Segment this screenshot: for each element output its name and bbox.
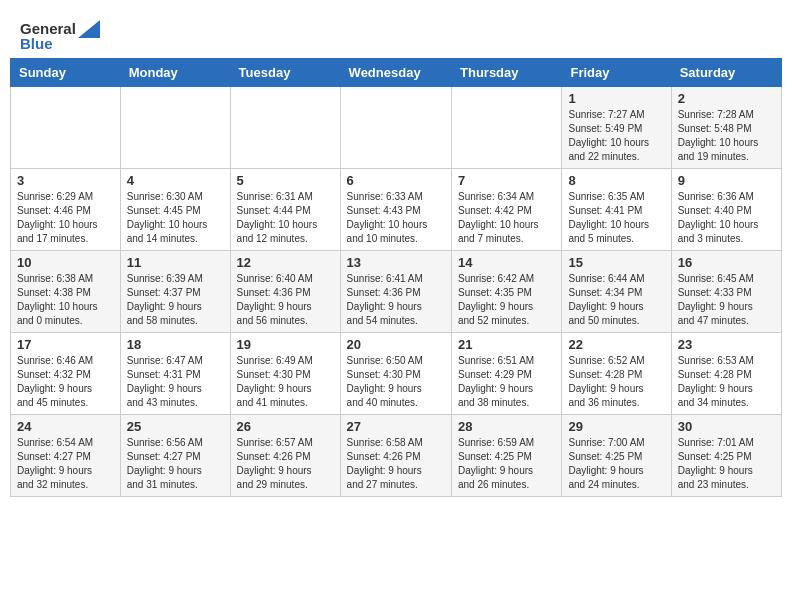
day-info: Sunrise: 6:44 AM Sunset: 4:34 PM Dayligh… <box>568 272 664 328</box>
day-number: 20 <box>347 337 445 352</box>
day-info: Sunrise: 7:28 AM Sunset: 5:48 PM Dayligh… <box>678 108 775 164</box>
day-number: 3 <box>17 173 114 188</box>
day-number: 29 <box>568 419 664 434</box>
day-info: Sunrise: 6:41 AM Sunset: 4:36 PM Dayligh… <box>347 272 445 328</box>
calendar-cell: 13Sunrise: 6:41 AM Sunset: 4:36 PM Dayli… <box>340 250 451 332</box>
calendar-cell: 9Sunrise: 6:36 AM Sunset: 4:40 PM Daylig… <box>671 168 781 250</box>
calendar-cell: 12Sunrise: 6:40 AM Sunset: 4:36 PM Dayli… <box>230 250 340 332</box>
day-info: Sunrise: 6:36 AM Sunset: 4:40 PM Dayligh… <box>678 190 775 246</box>
weekday-header-wednesday: Wednesday <box>340 58 451 86</box>
day-number: 2 <box>678 91 775 106</box>
day-number: 10 <box>17 255 114 270</box>
day-number: 14 <box>458 255 555 270</box>
weekday-header-friday: Friday <box>562 58 671 86</box>
day-number: 30 <box>678 419 775 434</box>
header: General Blue <box>0 0 792 58</box>
calendar-cell: 19Sunrise: 6:49 AM Sunset: 4:30 PM Dayli… <box>230 332 340 414</box>
day-number: 22 <box>568 337 664 352</box>
day-number: 27 <box>347 419 445 434</box>
day-number: 23 <box>678 337 775 352</box>
calendar-cell: 8Sunrise: 6:35 AM Sunset: 4:41 PM Daylig… <box>562 168 671 250</box>
calendar-cell <box>230 86 340 168</box>
calendar-cell: 22Sunrise: 6:52 AM Sunset: 4:28 PM Dayli… <box>562 332 671 414</box>
day-info: Sunrise: 6:49 AM Sunset: 4:30 PM Dayligh… <box>237 354 334 410</box>
day-number: 18 <box>127 337 224 352</box>
day-number: 1 <box>568 91 664 106</box>
day-number: 5 <box>237 173 334 188</box>
day-info: Sunrise: 6:29 AM Sunset: 4:46 PM Dayligh… <box>17 190 114 246</box>
calendar-cell: 11Sunrise: 6:39 AM Sunset: 4:37 PM Dayli… <box>120 250 230 332</box>
weekday-header-sunday: Sunday <box>11 58 121 86</box>
day-info: Sunrise: 6:45 AM Sunset: 4:33 PM Dayligh… <box>678 272 775 328</box>
day-number: 4 <box>127 173 224 188</box>
calendar-cell: 28Sunrise: 6:59 AM Sunset: 4:25 PM Dayli… <box>452 414 562 496</box>
calendar-cell: 27Sunrise: 6:58 AM Sunset: 4:26 PM Dayli… <box>340 414 451 496</box>
day-info: Sunrise: 6:33 AM Sunset: 4:43 PM Dayligh… <box>347 190 445 246</box>
calendar-cell: 2Sunrise: 7:28 AM Sunset: 5:48 PM Daylig… <box>671 86 781 168</box>
day-info: Sunrise: 6:38 AM Sunset: 4:38 PM Dayligh… <box>17 272 114 328</box>
day-info: Sunrise: 6:54 AM Sunset: 4:27 PM Dayligh… <box>17 436 114 492</box>
calendar-cell <box>340 86 451 168</box>
day-info: Sunrise: 7:01 AM Sunset: 4:25 PM Dayligh… <box>678 436 775 492</box>
calendar-cell: 30Sunrise: 7:01 AM Sunset: 4:25 PM Dayli… <box>671 414 781 496</box>
calendar-cell: 26Sunrise: 6:57 AM Sunset: 4:26 PM Dayli… <box>230 414 340 496</box>
day-info: Sunrise: 6:58 AM Sunset: 4:26 PM Dayligh… <box>347 436 445 492</box>
day-number: 9 <box>678 173 775 188</box>
calendar-cell: 16Sunrise: 6:45 AM Sunset: 4:33 PM Dayli… <box>671 250 781 332</box>
day-info: Sunrise: 6:42 AM Sunset: 4:35 PM Dayligh… <box>458 272 555 328</box>
calendar-cell <box>452 86 562 168</box>
calendar-cell: 14Sunrise: 6:42 AM Sunset: 4:35 PM Dayli… <box>452 250 562 332</box>
day-info: Sunrise: 6:46 AM Sunset: 4:32 PM Dayligh… <box>17 354 114 410</box>
day-number: 15 <box>568 255 664 270</box>
calendar-cell: 24Sunrise: 6:54 AM Sunset: 4:27 PM Dayli… <box>11 414 121 496</box>
day-number: 28 <box>458 419 555 434</box>
day-info: Sunrise: 7:27 AM Sunset: 5:49 PM Dayligh… <box>568 108 664 164</box>
day-number: 11 <box>127 255 224 270</box>
calendar-cell <box>120 86 230 168</box>
day-info: Sunrise: 6:59 AM Sunset: 4:25 PM Dayligh… <box>458 436 555 492</box>
day-info: Sunrise: 6:34 AM Sunset: 4:42 PM Dayligh… <box>458 190 555 246</box>
calendar-cell: 29Sunrise: 7:00 AM Sunset: 4:25 PM Dayli… <box>562 414 671 496</box>
day-number: 6 <box>347 173 445 188</box>
logo: General Blue <box>20 20 100 53</box>
calendar-cell: 1Sunrise: 7:27 AM Sunset: 5:49 PM Daylig… <box>562 86 671 168</box>
calendar-cell: 6Sunrise: 6:33 AM Sunset: 4:43 PM Daylig… <box>340 168 451 250</box>
day-number: 21 <box>458 337 555 352</box>
day-info: Sunrise: 6:40 AM Sunset: 4:36 PM Dayligh… <box>237 272 334 328</box>
calendar-cell: 10Sunrise: 6:38 AM Sunset: 4:38 PM Dayli… <box>11 250 121 332</box>
day-info: Sunrise: 6:52 AM Sunset: 4:28 PM Dayligh… <box>568 354 664 410</box>
day-info: Sunrise: 6:35 AM Sunset: 4:41 PM Dayligh… <box>568 190 664 246</box>
calendar-cell: 4Sunrise: 6:30 AM Sunset: 4:45 PM Daylig… <box>120 168 230 250</box>
calendar-cell <box>11 86 121 168</box>
day-info: Sunrise: 6:30 AM Sunset: 4:45 PM Dayligh… <box>127 190 224 246</box>
day-number: 12 <box>237 255 334 270</box>
calendar-cell: 3Sunrise: 6:29 AM Sunset: 4:46 PM Daylig… <box>11 168 121 250</box>
day-number: 8 <box>568 173 664 188</box>
calendar-cell: 5Sunrise: 6:31 AM Sunset: 4:44 PM Daylig… <box>230 168 340 250</box>
calendar-cell: 18Sunrise: 6:47 AM Sunset: 4:31 PM Dayli… <box>120 332 230 414</box>
day-info: Sunrise: 6:50 AM Sunset: 4:30 PM Dayligh… <box>347 354 445 410</box>
weekday-header-monday: Monday <box>120 58 230 86</box>
day-info: Sunrise: 7:00 AM Sunset: 4:25 PM Dayligh… <box>568 436 664 492</box>
weekday-header-tuesday: Tuesday <box>230 58 340 86</box>
day-number: 7 <box>458 173 555 188</box>
weekday-header-saturday: Saturday <box>671 58 781 86</box>
calendar-cell: 7Sunrise: 6:34 AM Sunset: 4:42 PM Daylig… <box>452 168 562 250</box>
day-info: Sunrise: 6:56 AM Sunset: 4:27 PM Dayligh… <box>127 436 224 492</box>
calendar-cell: 25Sunrise: 6:56 AM Sunset: 4:27 PM Dayli… <box>120 414 230 496</box>
day-info: Sunrise: 6:51 AM Sunset: 4:29 PM Dayligh… <box>458 354 555 410</box>
calendar-table: SundayMondayTuesdayWednesdayThursdayFrid… <box>10 58 782 497</box>
weekday-header-thursday: Thursday <box>452 58 562 86</box>
calendar-cell: 17Sunrise: 6:46 AM Sunset: 4:32 PM Dayli… <box>11 332 121 414</box>
day-number: 19 <box>237 337 334 352</box>
day-info: Sunrise: 6:57 AM Sunset: 4:26 PM Dayligh… <box>237 436 334 492</box>
day-info: Sunrise: 6:53 AM Sunset: 4:28 PM Dayligh… <box>678 354 775 410</box>
day-number: 24 <box>17 419 114 434</box>
day-number: 25 <box>127 419 224 434</box>
day-number: 26 <box>237 419 334 434</box>
calendar-cell: 20Sunrise: 6:50 AM Sunset: 4:30 PM Dayli… <box>340 332 451 414</box>
calendar-cell: 23Sunrise: 6:53 AM Sunset: 4:28 PM Dayli… <box>671 332 781 414</box>
day-number: 16 <box>678 255 775 270</box>
day-info: Sunrise: 6:47 AM Sunset: 4:31 PM Dayligh… <box>127 354 224 410</box>
day-number: 17 <box>17 337 114 352</box>
